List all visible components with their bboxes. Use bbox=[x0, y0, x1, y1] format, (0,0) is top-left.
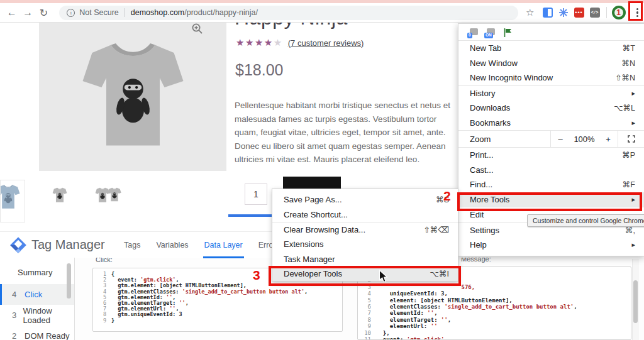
product-thumbnail[interactable] bbox=[49, 182, 70, 207]
code-text: }, bbox=[376, 330, 390, 336]
menu-item-history[interactable]: History▸ bbox=[458, 86, 644, 101]
sidebar-item-window-loaded[interactable]: 3Window Loaded bbox=[0, 305, 74, 326]
menu-item-print[interactable]: Print...⌘P bbox=[458, 148, 644, 163]
menu-item-label: Extensions bbox=[284, 239, 449, 249]
code-extension-icon[interactable]: </> bbox=[590, 8, 600, 18]
menu-item-cast[interactable]: Cast... bbox=[458, 163, 644, 178]
rating-row: ★★★★★ (7 customer reviews) bbox=[236, 37, 364, 48]
sidebar-item-click[interactable]: 4Click bbox=[0, 284, 74, 305]
menu-item-label: Cast... bbox=[470, 165, 635, 175]
snowflake-extension-icon[interactable] bbox=[558, 8, 569, 18]
code-text: gtm.uniqueEventId: 3 bbox=[111, 312, 182, 317]
menu-shortcut: ⌘, bbox=[625, 226, 635, 235]
sidebar-scrollbar[interactable] bbox=[67, 263, 71, 299]
menu-item-extensions[interactable]: Extensions bbox=[272, 237, 458, 251]
event-list: 4Click3Window Loaded2DOM Ready bbox=[0, 284, 74, 340]
tag-manager-logo-icon bbox=[9, 236, 27, 256]
quantity-input[interactable]: 1 bbox=[245, 184, 267, 205]
submenu-arrow-icon: ▸ bbox=[631, 119, 635, 127]
product-thumbnail[interactable] bbox=[104, 182, 125, 207]
menu-item-label: Create Shortcut... bbox=[284, 210, 449, 219]
code-line: 8 gtm.uniqueEventId: 3 bbox=[97, 312, 338, 317]
back-icon[interactable]: ← bbox=[4, 7, 19, 18]
customer-reviews-link[interactable]: (7 customer reviews) bbox=[288, 38, 364, 48]
tag-extension-icon[interactable] bbox=[543, 8, 553, 18]
add-to-cart-button[interactable] bbox=[283, 177, 341, 190]
annotation-box-more-tools bbox=[457, 192, 642, 211]
menu-item-create-shortcut[interactable]: Create Shortcut... bbox=[272, 207, 458, 221]
sidebar-summary-header[interactable]: Summary bbox=[18, 268, 53, 277]
menu-item-zoom: Zoom–100%+ bbox=[458, 131, 644, 147]
code-line: 7 elementId: '', bbox=[362, 310, 627, 316]
code-line: 6 elementClasses: 'single_add_to_cart_bu… bbox=[362, 304, 627, 310]
product-image[interactable] bbox=[39, 19, 226, 171]
menu-item-new-tab[interactable]: New Tab⌘T bbox=[458, 41, 644, 56]
page-info-icon[interactable]: i bbox=[67, 9, 75, 17]
zoom-controls: –100%+ bbox=[550, 131, 618, 147]
security-label: Not Secure bbox=[79, 8, 119, 17]
code-text: elementId: '', bbox=[376, 310, 438, 316]
annotation-step1-badge: 1 bbox=[612, 6, 626, 19]
menu-shortcut: ⇧⌘N bbox=[615, 73, 635, 82]
line-number: 7 bbox=[362, 310, 371, 316]
extension-badge-on-icon[interactable]: ON bbox=[487, 28, 496, 36]
code-glyph: </> bbox=[591, 11, 599, 15]
line-number: 6 bbox=[362, 304, 371, 310]
chrome-tooltip: Customize and control Google Chrome bbox=[527, 214, 644, 227]
menu-extension-row: 0 ON bbox=[458, 24, 644, 41]
menu-shortcut: ⌘P bbox=[622, 150, 635, 160]
submenu-arrow-icon: ▸ bbox=[631, 241, 635, 249]
fullscreen-icon[interactable] bbox=[618, 131, 644, 147]
tab-tags[interactable]: Tags bbox=[124, 232, 140, 258]
sidebar-item-dom-ready[interactable]: 2DOM Ready bbox=[0, 326, 74, 340]
zoom-in-button[interactable]: + bbox=[599, 134, 618, 144]
annotation-step3: 3 bbox=[253, 268, 260, 283]
tag-manager-title: Tag Manager bbox=[31, 238, 105, 252]
address-bar[interactable]: i Not Secure demoshop.com/product/happy-… bbox=[59, 6, 518, 20]
tab-variables[interactable]: Variables bbox=[156, 232, 188, 258]
zoom-magnifier-icon[interactable] bbox=[191, 23, 204, 38]
password-manager-extension-icon[interactable]: ••• bbox=[574, 8, 584, 18]
tab-data-layer[interactable]: Data Layer bbox=[204, 232, 243, 258]
reload-icon[interactable]: ↻ bbox=[36, 7, 52, 19]
menu-item-task-manager[interactable]: Task Manager bbox=[272, 252, 458, 266]
toolbar-divider bbox=[606, 7, 607, 18]
zoom-out-button[interactable]: – bbox=[551, 134, 570, 144]
extension-badge-0-icon[interactable]: 0 bbox=[470, 28, 479, 36]
menu-shortcut: ⌘N bbox=[621, 58, 635, 68]
zoom-level: 100% bbox=[570, 134, 599, 144]
mouse-cursor-icon bbox=[379, 270, 388, 286]
event-label: Window Loaded bbox=[23, 306, 74, 325]
menu-shortcut: ⌥⌘L bbox=[614, 103, 635, 112]
code-text: elementClasses: 'single_add_to_cart_butt… bbox=[376, 304, 577, 310]
forward-icon[interactable]: → bbox=[19, 7, 35, 18]
line-number: 10 bbox=[362, 330, 371, 336]
menu-item-label: New Window bbox=[470, 58, 621, 68]
code-scrollbar-thumb[interactable] bbox=[633, 280, 638, 323]
flag-extension-icon[interactable] bbox=[504, 28, 513, 36]
url-domain: demoshop.com bbox=[131, 8, 184, 17]
bookmark-star-icon[interactable]: ☆ bbox=[523, 7, 537, 18]
annotation-box-kebab bbox=[628, 1, 643, 21]
event-number: 3 bbox=[12, 310, 23, 320]
menu-item-save-page-as[interactable]: Save Page As...⌘S bbox=[272, 192, 458, 207]
related-product-card[interactable] bbox=[0, 180, 25, 222]
menu-item-help[interactable]: Help▸ bbox=[458, 238, 644, 253]
menu-item-clear-browsing-data[interactable]: Clear Browsing Data...⇧⌘⌫ bbox=[272, 222, 458, 237]
password-dots: ••• bbox=[575, 11, 582, 14]
address-divider bbox=[125, 8, 125, 17]
menu-item-new-incognito-window[interactable]: New Incognito Window⇧⌘N bbox=[458, 70, 644, 85]
menu-item-downloads[interactable]: Downloads⌥⌘L bbox=[458, 101, 644, 116]
menu-item-label: Clear Browsing Data... bbox=[284, 225, 423, 234]
window-top-strip bbox=[0, 0, 644, 3]
submenu-arrow-icon: ▸ bbox=[631, 89, 635, 97]
menu-item-label: Settings bbox=[470, 226, 625, 235]
url-path: /product/happy-ninja/ bbox=[184, 8, 258, 17]
menu-item-bookmarks[interactable]: Bookmarks▸ bbox=[458, 116, 644, 131]
event-label: DOM Ready bbox=[25, 331, 70, 340]
menu-item-new-window[interactable]: New Window⌘N bbox=[458, 56, 644, 71]
menu-shortcut: ⇧⌘⌫ bbox=[423, 225, 449, 234]
product-description: Pellentesque habitant morbi tristique se… bbox=[235, 99, 456, 167]
code-line: 10 }, bbox=[362, 330, 627, 336]
menu-item-find[interactable]: Find...⌘F bbox=[458, 177, 644, 192]
